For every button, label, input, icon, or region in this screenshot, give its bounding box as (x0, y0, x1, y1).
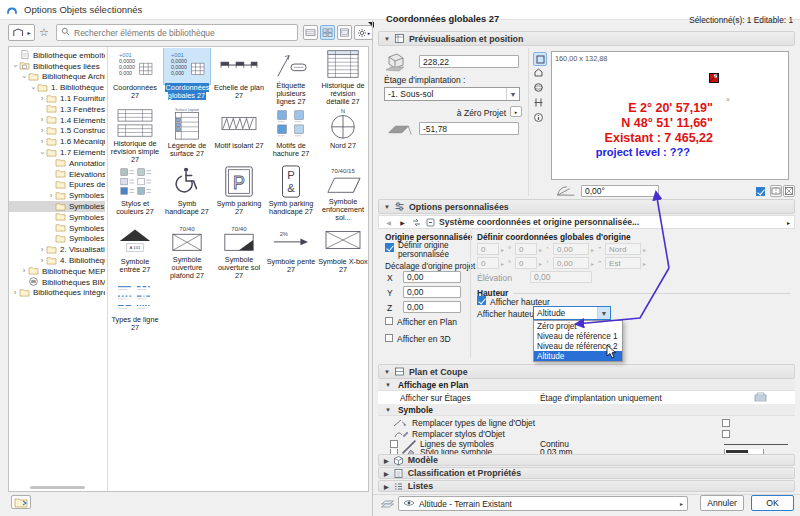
section-listes[interactable]: ▶Listes (378, 480, 795, 492)
section-classification-et-propri-t-s[interactable]: ▶Classification et Propriétés (378, 467, 795, 479)
preview-3d-view-button[interactable] (533, 82, 547, 96)
tree-item[interactable]: Symboles végéta (9, 223, 105, 234)
section-custom-options[interactable]: ▼ Options personnalisées (378, 199, 795, 214)
right-chevron-icon[interactable]: › (20, 267, 28, 275)
override-checkbox[interactable] (722, 419, 730, 427)
tree-item[interactable]: ›4. Bibliothèque exter (9, 255, 105, 266)
right-chevron-icon[interactable]: › (38, 138, 46, 146)
zero-reference-flyout-button[interactable]: ▸ (510, 106, 522, 117)
library-item[interactable]: Étiquette plusieurs lignes 27 (265, 48, 317, 106)
library-item[interactable]: +0010,00000,00000,000Coordonnées globale… (161, 48, 213, 106)
preview-info-button[interactable] (533, 112, 547, 126)
ok-button[interactable]: OK (751, 495, 794, 511)
symbol-setting-row[interactable]: Remplacer stylos d'Objet (378, 428, 795, 439)
height-from-select[interactable]: Altitude ▼ (533, 306, 611, 320)
library-item[interactable]: 2%Symbole pente 27 (265, 222, 317, 280)
tree-item[interactable]: Symboles véhicul (9, 234, 105, 245)
library-item[interactable]: Historique de révision simple 27 (109, 106, 161, 164)
symbol-setting-row[interactable]: Lignes de symbolesContinu (378, 439, 795, 449)
define-origin-checkbox[interactable] (385, 243, 394, 252)
next-page-button[interactable]: ▶ (397, 217, 408, 228)
library-item[interactable]: Surface LegendLégende de surface 27 (161, 106, 213, 164)
element-type-button[interactable]: ▸ (8, 24, 35, 41)
library-item[interactable]: NNord 27 (317, 106, 369, 164)
library-item[interactable]: Symbole X-box 27 (317, 222, 369, 280)
tree-item[interactable]: Symboles sanitai (9, 212, 105, 223)
tree-item[interactable]: ›Bibliothèques liées (9, 61, 105, 72)
preview-front-view-button[interactable] (533, 67, 547, 81)
tree-item[interactable]: ›2. Visualisation 27 (9, 244, 105, 255)
library-item[interactable]: 70/40Symbole ouverture plafond 27 (161, 222, 213, 280)
tree-item[interactable]: ›1.4 Eléments de co (9, 115, 105, 126)
tree-item[interactable]: ›1.6 Mécanique 27 (9, 136, 105, 147)
right-chevron-icon[interactable]: › (38, 246, 46, 254)
subsection-symbol[interactable]: ▼ Symbole (378, 404, 795, 416)
library-item[interactable]: Stylos et couleurs 27 (109, 164, 161, 222)
section-plan-coupe[interactable]: ▼ Plan et Coupe (378, 364, 795, 379)
parameter-page-title[interactable]: Système coordonnées et origine personnal… (439, 217, 639, 227)
tree-item[interactable]: Bibliothèques BIMcloud (9, 277, 105, 288)
down-chevron-icon[interactable]: › (20, 73, 28, 81)
down-chevron-icon[interactable]: › (29, 84, 37, 92)
show-height-checkbox[interactable] (477, 296, 486, 305)
section-preview-position[interactable]: ▼ Prévisualisation et position (378, 31, 795, 46)
chevron-down-icon[interactable]: ▼ (597, 307, 610, 319)
section-mod-le[interactable]: ▶Modèle (378, 454, 795, 466)
override-checkbox[interactable] (722, 430, 730, 438)
show-on-storeys-row[interactable]: Afficher sur Étages Étage d'implantation… (378, 391, 795, 404)
tree-item[interactable]: ›Bibliothèque MEP 27 (9, 266, 105, 277)
large-view-button[interactable] (337, 25, 352, 40)
right-chevron-icon[interactable]: › (38, 116, 46, 124)
library-item[interactable]: Echelle de plan 27 (213, 48, 265, 106)
right-chevron-icon[interactable]: › (38, 127, 46, 135)
grid-view-button[interactable] (320, 25, 335, 40)
y-field[interactable]: 0,00 (403, 286, 461, 298)
favorites-star-icon[interactable]: ☆ (39, 26, 49, 39)
search-input[interactable] (74, 28, 293, 38)
subsection-plan-display[interactable]: ▼ Affichage en Plan (378, 379, 795, 391)
down-chevron-icon[interactable]: › (38, 149, 46, 157)
right-chevron-icon[interactable]: › (38, 95, 46, 103)
library-item[interactable]: Types de ligne 27 (109, 280, 161, 338)
tree-item[interactable]: Annotations 27 (9, 158, 105, 169)
layer-select[interactable]: Altitude - Terrain Existant ▸ (398, 496, 688, 511)
tree-item[interactable]: ›Symboles électric (9, 190, 105, 201)
previous-page-button[interactable]: ◀ (383, 217, 394, 228)
tree-item[interactable]: Epures de giratio (9, 180, 105, 191)
tree-item[interactable]: ›Bibliothèques intégrées (9, 288, 105, 299)
library-search[interactable] (56, 24, 298, 41)
right-chevron-icon[interactable]: › (11, 289, 19, 297)
preview-option-checkbox[interactable] (756, 187, 765, 196)
preview-section-view-button[interactable] (533, 97, 547, 111)
symbol-setting-row[interactable]: Remplacer types de ligne d'Objet (378, 417, 795, 428)
cancel-button[interactable]: Annuler (700, 495, 744, 511)
chevron-down-icon[interactable]: ▼ (506, 88, 519, 100)
library-item[interactable]: Symb handicapé 27 (161, 164, 213, 222)
reset-preview-button[interactable] (783, 185, 795, 197)
tree-item[interactable]: Elévations intérie (9, 169, 105, 180)
down-chevron-icon[interactable]: › (11, 62, 19, 70)
tree-grid-divider[interactable] (107, 47, 108, 491)
tree-item[interactable]: ›Bibliothèque Archicad (9, 72, 105, 83)
show-on-storeys-value[interactable]: Étage d'implantation uniquement (540, 393, 662, 403)
tree-item[interactable]: ›1.1 Fournitures 27 (9, 93, 105, 104)
transfer-settings-icon[interactable] (411, 217, 422, 228)
storey-select[interactable]: -1. Sous-sol ▼ (384, 87, 520, 101)
show-in-3d-checkbox[interactable] (385, 334, 393, 342)
page-flyout-icon[interactable]: ▸ (787, 219, 790, 226)
library-item[interactable]: Motif isolant 27 (213, 106, 265, 164)
row-value[interactable]: Continu (540, 439, 569, 449)
library-item[interactable]: Historique de révision détaillé 27 (317, 48, 369, 106)
preview-2d-symbol-button[interactable] (533, 52, 547, 66)
dropdown-option[interactable]: Zéro projet (534, 321, 622, 331)
library-item[interactable]: P&Symb parking handicapé 27 (265, 164, 317, 222)
dropdown-option[interactable]: Niveau de référence 1 (534, 331, 622, 341)
tree-item[interactable]: 1.3 Fenêtres 27 (9, 104, 105, 115)
panel-splitter-handle[interactable] (368, 22, 374, 28)
offset-field[interactable]: -51,78 (419, 122, 519, 135)
x-field[interactable]: 0,00 (403, 271, 461, 283)
z-field[interactable]: 0,00 (403, 301, 461, 313)
right-chevron-icon[interactable]: › (47, 192, 55, 200)
show-in-plan-checkbox[interactable] (385, 317, 393, 325)
list-view-button[interactable] (303, 25, 318, 40)
